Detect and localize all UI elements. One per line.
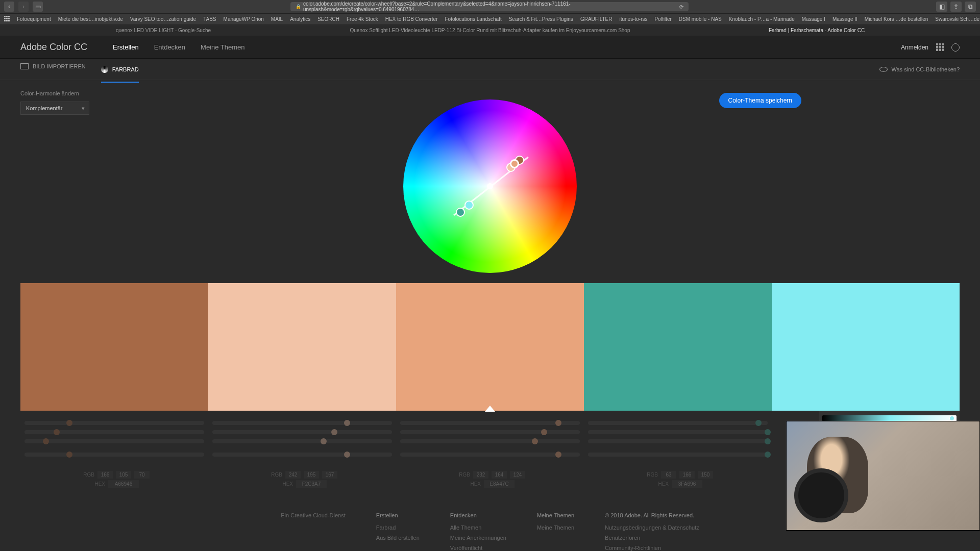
- r-input[interactable]: [473, 471, 488, 479]
- wheel-marker[interactable]: [456, 208, 465, 217]
- slider-handle[interactable]: [54, 429, 60, 435]
- harmony-select[interactable]: Komplementär: [20, 102, 89, 115]
- swatch[interactable]: [772, 283, 960, 411]
- slider[interactable]: [24, 439, 204, 443]
- url-bar[interactable]: 🔒 color.adobe.com/de/create/color-wheel/…: [290, 2, 689, 11]
- wheel-marker[interactable]: [464, 201, 474, 210]
- bookmark-item[interactable]: TABS: [203, 16, 216, 22]
- bookmark-item[interactable]: Analytics: [290, 16, 310, 22]
- slider-handle[interactable]: [541, 429, 547, 435]
- hex-input[interactable]: [672, 480, 702, 488]
- bookmark-item[interactable]: Polfilter: [655, 16, 672, 22]
- footer-link[interactable]: Aus Bild erstellen: [376, 535, 420, 541]
- slider[interactable]: [24, 453, 204, 457]
- slider[interactable]: [24, 421, 204, 425]
- slider-handle[interactable]: [66, 452, 72, 458]
- nav-themes[interactable]: Meine Themen: [201, 43, 244, 51]
- b-input[interactable]: [322, 471, 337, 479]
- tab-color-wheel[interactable]: FARBRAD: [101, 63, 139, 83]
- slider[interactable]: [588, 453, 768, 457]
- tabs-button[interactable]: ⧉: [965, 2, 976, 12]
- footer-link[interactable]: Meine Themen: [537, 524, 574, 531]
- footer-link[interactable]: Meine Anerkennungen: [450, 535, 506, 541]
- footer-link[interactable]: Community-Richtlinien: [605, 545, 699, 551]
- reload-icon[interactable]: ⟳: [679, 4, 683, 10]
- nav-explore[interactable]: Entdecken: [154, 43, 185, 51]
- bookmark-item[interactable]: ManageWP Orion: [224, 16, 264, 22]
- bookmark-item[interactable]: SEORCH: [317, 16, 339, 22]
- sidebar-button[interactable]: ▭: [33, 2, 43, 12]
- share-button[interactable]: ⇪: [950, 2, 962, 12]
- slider[interactable]: [212, 453, 392, 457]
- apps-icon[interactable]: [4, 16, 10, 23]
- footer-link[interactable]: Nutzungsbedingungen & Datenschutz: [605, 524, 699, 531]
- login-link[interactable]: Anmelden: [901, 44, 928, 51]
- bookmark-item[interactable]: Varvy SEO too…zation guide: [130, 16, 196, 22]
- bookmark-item[interactable]: Swarovski Sch…de bestellen: [935, 16, 980, 22]
- tab-import-image[interactable]: BILD IMPORTIEREN: [20, 63, 86, 76]
- bookmark-item[interactable]: HEX to RGB Converter: [385, 16, 438, 22]
- bookmark-item[interactable]: itunes-to-rss: [619, 16, 647, 22]
- slider-handle[interactable]: [555, 452, 561, 458]
- r-input[interactable]: [97, 471, 113, 479]
- g-input[interactable]: [492, 471, 507, 479]
- footer-link[interactable]: Farbrad: [376, 524, 420, 531]
- slider-handle[interactable]: [532, 438, 538, 444]
- bar-handle[interactable]: [949, 416, 954, 421]
- g-input[interactable]: [116, 471, 131, 479]
- hex-input[interactable]: [296, 480, 327, 488]
- browser-tab[interactable]: Quenox Softlight LED-Videoleuchte LEDP-1…: [327, 26, 653, 35]
- libraries-link[interactable]: Was sind CC-Bibliotheken?: [879, 66, 960, 72]
- slider[interactable]: [400, 430, 580, 434]
- bookmark-item[interactable]: GRAUFILTER: [580, 16, 612, 22]
- bookmark-item[interactable]: Miete die best…inobjektiv.de: [58, 16, 123, 22]
- slider-handle[interactable]: [321, 438, 327, 444]
- b-input[interactable]: [510, 471, 525, 479]
- bookmark-item[interactable]: Michael Kors …de bestellen: [865, 16, 928, 22]
- slider[interactable]: [588, 421, 768, 425]
- slider-handle[interactable]: [555, 420, 561, 426]
- slider-handle[interactable]: [66, 420, 72, 426]
- slider-handle[interactable]: [344, 420, 350, 426]
- slider[interactable]: [400, 439, 580, 443]
- footer-link[interactable]: Benutzerforen: [605, 535, 699, 541]
- g-input[interactable]: [679, 471, 695, 479]
- b-input[interactable]: [698, 471, 713, 479]
- slider[interactable]: [400, 453, 580, 457]
- help-icon[interactable]: [951, 43, 960, 52]
- back-button[interactable]: ‹: [4, 2, 14, 12]
- bookmark-item[interactable]: Fotolocations Landschaft: [445, 16, 502, 22]
- slider[interactable]: [24, 430, 204, 434]
- slider[interactable]: [588, 430, 768, 434]
- g-input[interactable]: [304, 471, 319, 479]
- bookmark-item[interactable]: Knoblauch - P…a - Marinade: [729, 16, 795, 22]
- slider-handle[interactable]: [765, 429, 771, 435]
- footer-link[interactable]: Alle Themen: [450, 524, 506, 531]
- bookmark-item[interactable]: Free 4k Stock: [347, 16, 378, 22]
- slider[interactable]: [588, 439, 768, 443]
- slider-handle[interactable]: [765, 438, 771, 444]
- bookmark-item[interactable]: Massage I: [802, 16, 825, 22]
- b-input[interactable]: [134, 471, 150, 479]
- forward-button[interactable]: ›: [18, 2, 29, 12]
- slider-handle[interactable]: [755, 420, 762, 426]
- reader-button[interactable]: ◧: [936, 2, 947, 12]
- r-input[interactable]: [661, 471, 676, 479]
- nav-create[interactable]: Erstellen: [113, 43, 139, 51]
- r-input[interactable]: [285, 471, 301, 479]
- swatch[interactable]: [584, 283, 772, 411]
- browser-tab[interactable]: quenox LED VIDE LIGHT - Google-Suche: [0, 26, 327, 35]
- slider[interactable]: [212, 439, 392, 443]
- color-wheel[interactable]: [403, 99, 577, 273]
- footer-link[interactable]: Veröffentlicht: [450, 545, 506, 551]
- wheel-marker[interactable]: [510, 159, 519, 168]
- swatch[interactable]: [20, 283, 208, 411]
- hex-input[interactable]: [484, 480, 514, 488]
- hex-input[interactable]: [108, 480, 139, 488]
- bookmark-item[interactable]: Search & Fit…Press Plugins: [509, 16, 573, 22]
- wheel-center[interactable]: [487, 183, 493, 189]
- bookmark-item[interactable]: MAIL: [271, 16, 283, 22]
- bookmark-item[interactable]: Fotoequipment: [17, 16, 51, 22]
- slider-handle[interactable]: [43, 438, 49, 444]
- bookmark-item[interactable]: DSM mobile - NAS: [679, 16, 722, 22]
